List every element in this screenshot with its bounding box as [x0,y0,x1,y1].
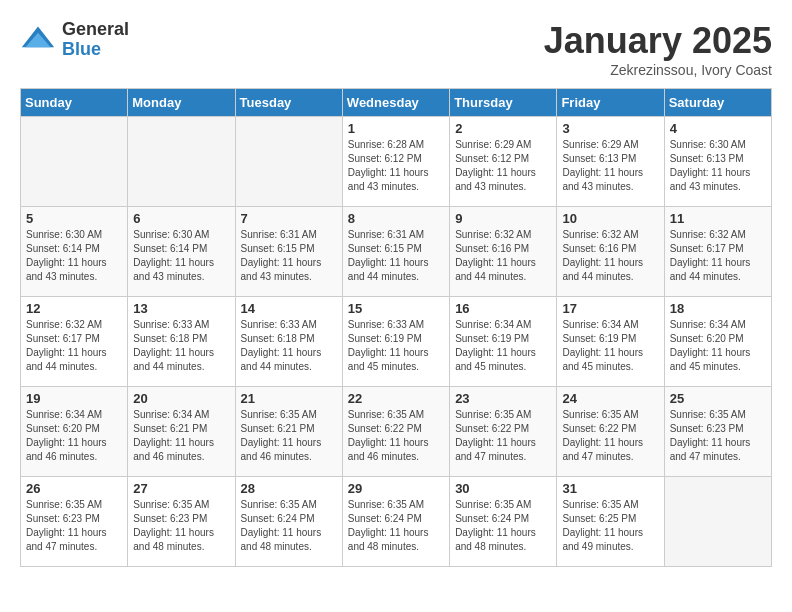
day-info: Sunrise: 6:29 AM Sunset: 6:13 PM Dayligh… [562,138,658,194]
day-info: Sunrise: 6:32 AM Sunset: 6:17 PM Dayligh… [26,318,122,374]
day-number: 14 [241,301,337,316]
day-info: Sunrise: 6:30 AM Sunset: 6:13 PM Dayligh… [670,138,766,194]
calendar-cell [128,117,235,207]
calendar-header-friday: Friday [557,89,664,117]
day-number: 2 [455,121,551,136]
calendar-header-wednesday: Wednesday [342,89,449,117]
day-info: Sunrise: 6:34 AM Sunset: 6:21 PM Dayligh… [133,408,229,464]
day-info: Sunrise: 6:35 AM Sunset: 6:23 PM Dayligh… [670,408,766,464]
day-info: Sunrise: 6:28 AM Sunset: 6:12 PM Dayligh… [348,138,444,194]
calendar-cell: 14Sunrise: 6:33 AM Sunset: 6:18 PM Dayli… [235,297,342,387]
calendar-week-row: 12Sunrise: 6:32 AM Sunset: 6:17 PM Dayli… [21,297,772,387]
calendar-cell: 3Sunrise: 6:29 AM Sunset: 6:13 PM Daylig… [557,117,664,207]
day-number: 5 [26,211,122,226]
day-info: Sunrise: 6:32 AM Sunset: 6:16 PM Dayligh… [455,228,551,284]
day-number: 19 [26,391,122,406]
day-number: 23 [455,391,551,406]
day-info: Sunrise: 6:34 AM Sunset: 6:20 PM Dayligh… [670,318,766,374]
day-info: Sunrise: 6:35 AM Sunset: 6:22 PM Dayligh… [562,408,658,464]
day-info: Sunrise: 6:32 AM Sunset: 6:17 PM Dayligh… [670,228,766,284]
day-info: Sunrise: 6:35 AM Sunset: 6:23 PM Dayligh… [133,498,229,554]
calendar-cell: 10Sunrise: 6:32 AM Sunset: 6:16 PM Dayli… [557,207,664,297]
day-info: Sunrise: 6:33 AM Sunset: 6:19 PM Dayligh… [348,318,444,374]
location-text: Zekrezinssou, Ivory Coast [544,62,772,78]
day-info: Sunrise: 6:34 AM Sunset: 6:20 PM Dayligh… [26,408,122,464]
day-number: 3 [562,121,658,136]
day-number: 6 [133,211,229,226]
calendar-cell: 12Sunrise: 6:32 AM Sunset: 6:17 PM Dayli… [21,297,128,387]
calendar-cell: 7Sunrise: 6:31 AM Sunset: 6:15 PM Daylig… [235,207,342,297]
calendar-cell: 30Sunrise: 6:35 AM Sunset: 6:24 PM Dayli… [450,477,557,567]
calendar-cell: 20Sunrise: 6:34 AM Sunset: 6:21 PM Dayli… [128,387,235,477]
calendar-cell: 4Sunrise: 6:30 AM Sunset: 6:13 PM Daylig… [664,117,771,207]
page-header: General Blue January 2025 Zekrezinssou, … [20,20,772,78]
calendar-header-row: SundayMondayTuesdayWednesdayThursdayFrid… [21,89,772,117]
calendar-cell: 8Sunrise: 6:31 AM Sunset: 6:15 PM Daylig… [342,207,449,297]
day-info: Sunrise: 6:35 AM Sunset: 6:25 PM Dayligh… [562,498,658,554]
calendar-cell: 5Sunrise: 6:30 AM Sunset: 6:14 PM Daylig… [21,207,128,297]
day-number: 8 [348,211,444,226]
calendar-cell: 29Sunrise: 6:35 AM Sunset: 6:24 PM Dayli… [342,477,449,567]
day-number: 9 [455,211,551,226]
logo-text: General Blue [62,20,129,60]
day-number: 18 [670,301,766,316]
day-info: Sunrise: 6:30 AM Sunset: 6:14 PM Dayligh… [26,228,122,284]
logo-icon [20,22,56,58]
calendar-cell: 6Sunrise: 6:30 AM Sunset: 6:14 PM Daylig… [128,207,235,297]
logo-general-text: General [62,20,129,40]
day-number: 26 [26,481,122,496]
calendar-cell: 24Sunrise: 6:35 AM Sunset: 6:22 PM Dayli… [557,387,664,477]
calendar-cell: 16Sunrise: 6:34 AM Sunset: 6:19 PM Dayli… [450,297,557,387]
day-number: 22 [348,391,444,406]
logo-blue-text: Blue [62,40,129,60]
day-number: 4 [670,121,766,136]
calendar-table: SundayMondayTuesdayWednesdayThursdayFrid… [20,88,772,567]
calendar-cell: 31Sunrise: 6:35 AM Sunset: 6:25 PM Dayli… [557,477,664,567]
calendar-cell: 23Sunrise: 6:35 AM Sunset: 6:22 PM Dayli… [450,387,557,477]
calendar-cell: 28Sunrise: 6:35 AM Sunset: 6:24 PM Dayli… [235,477,342,567]
day-info: Sunrise: 6:31 AM Sunset: 6:15 PM Dayligh… [348,228,444,284]
day-number: 13 [133,301,229,316]
calendar-week-row: 19Sunrise: 6:34 AM Sunset: 6:20 PM Dayli… [21,387,772,477]
logo: General Blue [20,20,129,60]
day-number: 7 [241,211,337,226]
day-number: 25 [670,391,766,406]
calendar-cell: 2Sunrise: 6:29 AM Sunset: 6:12 PM Daylig… [450,117,557,207]
day-info: Sunrise: 6:35 AM Sunset: 6:21 PM Dayligh… [241,408,337,464]
calendar-cell: 15Sunrise: 6:33 AM Sunset: 6:19 PM Dayli… [342,297,449,387]
day-info: Sunrise: 6:29 AM Sunset: 6:12 PM Dayligh… [455,138,551,194]
day-info: Sunrise: 6:30 AM Sunset: 6:14 PM Dayligh… [133,228,229,284]
calendar-cell [664,477,771,567]
calendar-cell [21,117,128,207]
day-info: Sunrise: 6:34 AM Sunset: 6:19 PM Dayligh… [455,318,551,374]
calendar-cell: 22Sunrise: 6:35 AM Sunset: 6:22 PM Dayli… [342,387,449,477]
day-info: Sunrise: 6:35 AM Sunset: 6:22 PM Dayligh… [455,408,551,464]
calendar-header-saturday: Saturday [664,89,771,117]
month-title: January 2025 [544,20,772,62]
calendar-header-monday: Monday [128,89,235,117]
day-info: Sunrise: 6:35 AM Sunset: 6:24 PM Dayligh… [348,498,444,554]
day-info: Sunrise: 6:34 AM Sunset: 6:19 PM Dayligh… [562,318,658,374]
day-info: Sunrise: 6:31 AM Sunset: 6:15 PM Dayligh… [241,228,337,284]
calendar-cell: 17Sunrise: 6:34 AM Sunset: 6:19 PM Dayli… [557,297,664,387]
day-number: 21 [241,391,337,406]
calendar-cell: 26Sunrise: 6:35 AM Sunset: 6:23 PM Dayli… [21,477,128,567]
calendar-week-row: 1Sunrise: 6:28 AM Sunset: 6:12 PM Daylig… [21,117,772,207]
calendar-week-row: 26Sunrise: 6:35 AM Sunset: 6:23 PM Dayli… [21,477,772,567]
calendar-cell: 27Sunrise: 6:35 AM Sunset: 6:23 PM Dayli… [128,477,235,567]
day-info: Sunrise: 6:35 AM Sunset: 6:24 PM Dayligh… [455,498,551,554]
day-number: 29 [348,481,444,496]
day-info: Sunrise: 6:33 AM Sunset: 6:18 PM Dayligh… [133,318,229,374]
calendar-cell: 18Sunrise: 6:34 AM Sunset: 6:20 PM Dayli… [664,297,771,387]
day-number: 12 [26,301,122,316]
day-number: 24 [562,391,658,406]
day-number: 17 [562,301,658,316]
day-number: 20 [133,391,229,406]
day-info: Sunrise: 6:33 AM Sunset: 6:18 PM Dayligh… [241,318,337,374]
day-number: 11 [670,211,766,226]
calendar-header-tuesday: Tuesday [235,89,342,117]
day-number: 27 [133,481,229,496]
day-number: 30 [455,481,551,496]
calendar-header-thursday: Thursday [450,89,557,117]
calendar-week-row: 5Sunrise: 6:30 AM Sunset: 6:14 PM Daylig… [21,207,772,297]
